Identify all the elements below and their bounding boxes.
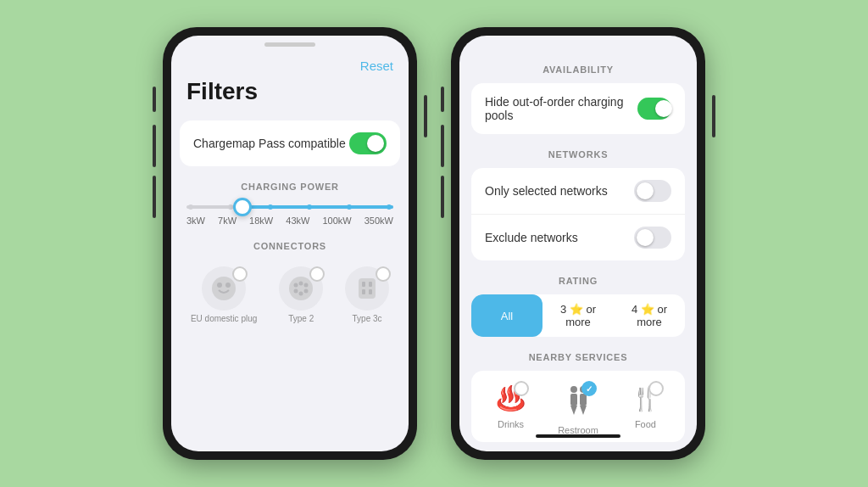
slider-label-1: 3kW <box>186 216 205 226</box>
nearby-food: 🍴 Food <box>631 384 660 435</box>
rating-3star-button[interactable]: 3 ⭐ or more <box>542 294 614 337</box>
svg-rect-11 <box>362 282 365 287</box>
svg-point-8 <box>299 292 303 296</box>
chargemap-toggle[interactable] <box>349 132 387 154</box>
power-button <box>424 95 427 137</box>
availability-section: AVAILABILITY Hide out-of-order charging … <box>459 64 697 134</box>
food-radio[interactable] <box>648 381 664 396</box>
restroom-radio[interactable] <box>581 381 597 396</box>
food-icon-wrap: 🍴 <box>631 384 660 412</box>
volume-down-button <box>153 176 156 218</box>
exclude-label: Exclude networks <box>485 231 578 244</box>
connector-eu-wrap <box>202 266 246 311</box>
rating-label: RATING <box>471 276 685 286</box>
right-volume-down-button <box>441 176 444 218</box>
nearby-icons: ♨️ Drinks <box>471 371 685 442</box>
slider-thumb[interactable] <box>233 198 252 216</box>
svg-rect-16 <box>570 394 577 406</box>
connector-type2-label: Type 2 <box>288 314 314 323</box>
nearby-label: NEARBY SERVICES <box>471 352 685 362</box>
svg-point-3 <box>289 277 313 300</box>
drinks-radio[interactable] <box>514 381 529 396</box>
connector-type2-radio[interactable] <box>309 266 325 282</box>
slider-dots <box>186 204 393 210</box>
connector-eu-radio[interactable] <box>232 266 248 282</box>
connector-type2: Type 2 <box>279 266 323 323</box>
toggle-knob <box>367 135 384 152</box>
connector-type2-wrap <box>279 266 323 311</box>
svg-rect-12 <box>369 282 372 287</box>
svg-rect-10 <box>359 278 376 299</box>
right-content: AVAILABILITY Hide out-of-order charging … <box>459 36 697 451</box>
svg-point-5 <box>304 283 309 288</box>
slider-dot-6 <box>387 204 392 210</box>
charging-power-section: CHARGING POWER <box>171 182 409 192</box>
svg-rect-14 <box>369 289 372 294</box>
reset-button[interactable]: Reset <box>360 59 393 73</box>
nearby-restroom: Restroom <box>558 384 598 435</box>
chargemap-row: Chargemap Pass compatible <box>180 120 400 166</box>
connector-eu: EU domestic plug <box>191 266 257 323</box>
only-selected-row: Only selected networks <box>471 168 685 215</box>
svg-point-2 <box>225 283 231 288</box>
networks-section: NETWORKS Only selected networks Exclude … <box>459 149 697 260</box>
connector-type3c: Type 3c <box>345 266 389 323</box>
svg-point-9 <box>299 282 303 286</box>
exclude-networks-row: Exclude networks <box>471 215 685 260</box>
slider-track[interactable] <box>186 205 393 209</box>
hide-charging-knob <box>655 100 672 117</box>
slider-label-3: 18kW <box>249 216 273 226</box>
availability-row: Hide out-of-order charging pools <box>471 83 685 134</box>
bottom-bar <box>536 434 620 438</box>
slider-label-2: 7kW <box>218 216 236 226</box>
svg-point-15 <box>570 386 577 393</box>
rating-buttons: All 3 ⭐ or more 4 ⭐ or more <box>471 294 685 337</box>
slider-label-4: 43kW <box>286 216 309 226</box>
slider-dot-5 <box>347 204 352 210</box>
page-title: Filters <box>171 76 409 120</box>
svg-point-7 <box>304 289 309 294</box>
svg-point-6 <box>294 289 298 294</box>
svg-point-1 <box>217 283 222 288</box>
networks-label: NETWORKS <box>471 149 685 160</box>
rating-all-button[interactable]: All <box>471 294 542 337</box>
rating-4star-button[interactable]: 4 ⭐ or more <box>614 294 685 337</box>
drinks-icon-wrap: ♨️ <box>496 384 526 412</box>
connector-eu-label: EU domestic plug <box>191 314 257 323</box>
restroom-icon-wrap <box>563 384 593 418</box>
mute-button <box>153 87 156 112</box>
slider-dot-1 <box>188 204 193 210</box>
filter-header: Reset <box>171 47 409 76</box>
rating-section: RATING All 3 ⭐ or more 4 ⭐ or more <box>459 276 697 337</box>
nearby-section: NEARBY SERVICES ♨️ Drinks <box>459 352 697 442</box>
svg-rect-13 <box>362 289 365 294</box>
nearby-drinks: ♨️ Drinks <box>496 384 526 435</box>
chargemap-label: Chargemap Pass compatible <box>193 137 346 150</box>
connectors-row: EU domestic plug <box>171 260 409 323</box>
availability-label: AVAILABILITY <box>471 64 685 75</box>
slider-labels: 3kW 7kW 18kW 43kW 100kW 350kW <box>186 216 393 226</box>
svg-marker-17 <box>570 406 577 415</box>
only-selected-knob <box>637 182 654 199</box>
right-phone: AVAILABILITY Hide out-of-order charging … <box>451 27 705 460</box>
slider-label-5: 100kW <box>322 216 351 226</box>
connector-type3c-radio[interactable] <box>376 266 391 282</box>
right-mute-button <box>441 87 444 112</box>
connectors-section: CONNECTORS <box>171 241 409 251</box>
svg-point-4 <box>294 283 298 288</box>
exclude-toggle[interactable] <box>634 227 671 249</box>
left-phone: Reset Filters Chargemap Pass compatible … <box>163 27 417 460</box>
slider-container: 3kW 7kW 18kW 43kW 100kW 350kW <box>171 205 409 226</box>
slider-dot-4 <box>307 204 312 210</box>
exclude-knob <box>637 229 654 246</box>
slider-label-6: 350kW <box>364 216 393 226</box>
only-selected-toggle[interactable] <box>634 180 671 202</box>
svg-marker-20 <box>580 406 587 415</box>
only-selected-label: Only selected networks <box>485 184 608 198</box>
svg-point-0 <box>212 277 236 300</box>
slider-dot-3 <box>268 204 273 210</box>
drinks-label: Drinks <box>498 419 524 429</box>
volume-up-button <box>153 125 156 167</box>
hide-charging-toggle[interactable] <box>637 98 671 120</box>
right-power-button <box>712 95 715 137</box>
